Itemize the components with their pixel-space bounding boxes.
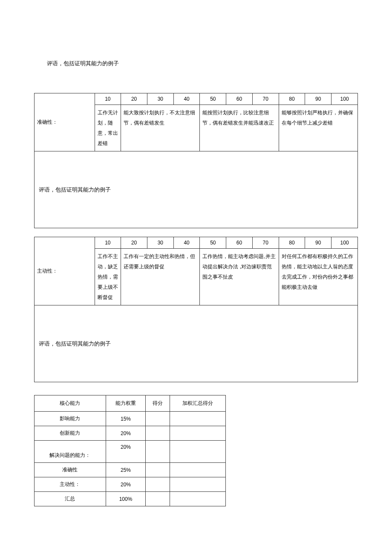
rubric-desc: 工作热情，能主动考虑问题,并主动提出解决办法 ,对边缘职责范围之事不扯皮 — [200, 249, 279, 305]
header-cell: 得分 — [146, 395, 170, 412]
ability-weight: 20% — [106, 426, 146, 441]
ability-score — [146, 441, 170, 463]
ability-weighted — [170, 477, 226, 492]
score-cell: 70 — [252, 93, 279, 105]
summary-table: 核心能力 能力权重 得分 加权汇总得分 影响能力 15% 创新能力 20% 解决… — [34, 395, 226, 506]
ability-weighted — [170, 426, 226, 441]
score-cell: 30 — [147, 237, 173, 249]
ability-score — [146, 426, 170, 441]
table-row: 评语，包括证明其能力的例子 — [35, 151, 358, 228]
score-cell: 100 — [331, 93, 358, 105]
ability-score — [146, 412, 170, 426]
table-row: 解决问题的能力： 20% — [35, 441, 226, 463]
score-cell: 90 — [305, 93, 331, 105]
ability-name: 准确性 — [35, 463, 106, 477]
ability-weight: 100% — [106, 492, 146, 506]
score-cell: 50 — [200, 93, 226, 105]
ability-score — [146, 463, 170, 477]
ability-weight: 20% — [106, 441, 146, 463]
rubric-desc: 工作无计划，随意，常出差错 — [95, 105, 121, 151]
rubric-desc: 能大致按计划执行，不太注意细节，偶有差错发生 — [121, 105, 200, 151]
ability-name: 创新能力 — [35, 426, 106, 441]
table-row: 主动性： 20% — [35, 477, 226, 492]
table-row: 主动性： 10 20 30 40 50 60 70 80 90 100 — [35, 237, 358, 249]
score-cell: 40 — [173, 93, 200, 105]
header-cell: 加权汇总得分 — [170, 395, 226, 412]
rubric-desc: 对任何工作都有积极持久的工作热情，能主动地以主人翁的态度去完成工作，对份内份外之… — [279, 249, 357, 305]
score-cell: 20 — [121, 93, 147, 105]
table-row: 影响能力 15% — [35, 412, 226, 426]
comment-label: 评语，包括证明其能力的例子 — [35, 305, 358, 382]
score-cell: 80 — [279, 237, 305, 249]
ability-weighted — [170, 441, 226, 463]
table-row: 准确性： 10 20 30 40 50 60 70 80 90 100 — [35, 93, 358, 105]
score-cell: 10 — [95, 93, 121, 105]
score-cell: 30 — [147, 93, 173, 105]
ability-weighted — [170, 463, 226, 477]
rubric-initiative: 主动性： 10 20 30 40 50 60 70 80 90 100 工作不主… — [34, 237, 358, 382]
rubric-accuracy: 准确性： 10 20 30 40 50 60 70 80 90 100 工作无计… — [34, 93, 358, 228]
score-cell: 60 — [226, 237, 253, 249]
ability-name: 影响能力 — [35, 412, 106, 426]
header-cell: 能力权重 — [106, 395, 146, 412]
rubric-desc: 能够按照计划严格执行，并确保在每个细节上减少差错 — [279, 105, 357, 151]
table-row: 准确性 25% — [35, 463, 226, 477]
ability-weighted — [170, 492, 226, 506]
ability-weight: 25% — [106, 463, 146, 477]
table-row: 核心能力 能力权重 得分 加权汇总得分 — [35, 395, 226, 412]
ability-score — [146, 492, 170, 506]
rubric-desc: 工作有一定的主动性和热情，但还需要上级的督促 — [121, 249, 200, 305]
header-cell: 核心能力 — [35, 395, 106, 412]
rubric-desc: 工作不主动，缺乏热情，需要上级不断督促 — [95, 249, 121, 305]
ability-weight: 15% — [106, 412, 146, 426]
ability-name: 主动性： — [35, 477, 106, 492]
intro-comment-label: 评语，包括证明其能力的例子 — [47, 60, 366, 67]
comment-label: 评语，包括证明其能力的例子 — [35, 151, 358, 228]
score-cell: 50 — [200, 237, 226, 249]
ability-weight: 20% — [106, 477, 146, 492]
ability-weighted — [170, 412, 226, 426]
rubric-label: 主动性： — [35, 237, 95, 305]
rubric-desc: 能按照计划执行，比较注意细节，偶有差错发生并能迅速改正 — [200, 105, 279, 151]
ability-score — [146, 477, 170, 492]
score-cell: 40 — [173, 237, 200, 249]
score-cell: 60 — [226, 93, 253, 105]
score-cell: 90 — [305, 237, 331, 249]
score-cell: 80 — [279, 93, 305, 105]
score-cell: 70 — [252, 237, 279, 249]
table-row: 评语，包括证明其能力的例子 — [35, 305, 358, 382]
score-cell: 20 — [121, 237, 147, 249]
ability-name: 解决问题的能力： — [35, 441, 106, 463]
ability-name: 汇总 — [35, 492, 106, 506]
score-cell: 100 — [331, 237, 358, 249]
score-cell: 10 — [95, 237, 121, 249]
table-row: 汇总 100% — [35, 492, 226, 506]
table-row: 创新能力 20% — [35, 426, 226, 441]
rubric-label: 准确性： — [35, 93, 95, 151]
